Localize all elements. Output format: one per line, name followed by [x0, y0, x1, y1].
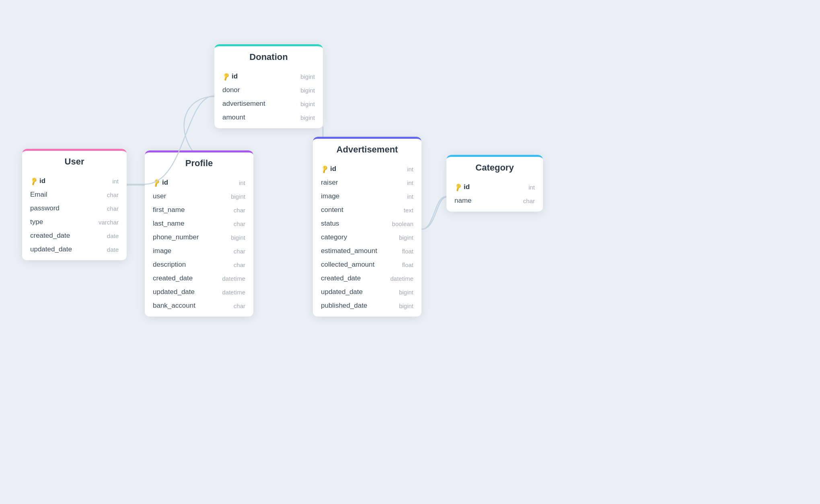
- table-row: updated_date date: [22, 243, 127, 256]
- field-type: date: [107, 232, 119, 239]
- field-name: 🔑 id: [454, 183, 470, 191]
- field-name: estimated_amount: [321, 247, 377, 255]
- table-row: first_name char: [145, 203, 253, 217]
- field-name: category: [321, 233, 347, 241]
- conn-adv-category: [421, 196, 446, 229]
- field-name: image: [321, 192, 339, 200]
- table-row: user bigint: [145, 189, 253, 203]
- field-name: name: [454, 197, 472, 205]
- field-type: bigint: [300, 101, 315, 107]
- field-name: Email: [30, 191, 47, 199]
- table-row: advertisement bigint: [214, 97, 323, 111]
- field-type: int: [407, 166, 413, 173]
- table-advertisement-title: Advertisement: [313, 137, 421, 160]
- field-name: user: [153, 192, 166, 200]
- field-type: date: [107, 246, 119, 253]
- table-user-title: User: [22, 149, 127, 172]
- field-name: status: [321, 220, 339, 228]
- field-name: 🔑 id: [222, 72, 238, 80]
- table-row: amount bigint: [214, 111, 323, 124]
- field-type: int: [239, 179, 245, 186]
- field-name: raiser: [321, 179, 338, 187]
- table-row: raiser int: [313, 176, 421, 189]
- table-row: name char: [446, 194, 543, 208]
- field-name: published_date: [321, 302, 367, 310]
- field-type: bigint: [399, 302, 413, 309]
- table-row: image int: [313, 189, 421, 203]
- field-type: char: [107, 205, 119, 212]
- table-profile-body: 🔑 id int user bigint first_name char las…: [145, 173, 253, 317]
- field-type: varchar: [99, 219, 119, 226]
- table-row: description char: [145, 258, 253, 272]
- field-name: 🔑 id: [321, 165, 336, 173]
- field-name: phone_number: [153, 233, 199, 241]
- conn-advertisement-category: [421, 197, 446, 229]
- field-name: updated_date: [321, 288, 363, 296]
- field-name: first_name: [153, 206, 185, 214]
- table-row: created_date datetime: [313, 272, 421, 285]
- field-type: char: [523, 197, 535, 204]
- table-row: 🔑 id int: [446, 180, 543, 194]
- table-row: content text: [313, 203, 421, 217]
- field-name: advertisement: [222, 100, 265, 108]
- field-name: collected_amount: [321, 261, 374, 269]
- field-type: char: [107, 191, 119, 198]
- table-category-title: Category: [446, 155, 543, 178]
- table-donation: Donation 🔑 id bigint donor bigint advert…: [214, 44, 323, 128]
- field-type: bigint: [300, 87, 315, 94]
- field-name: content: [321, 206, 343, 214]
- field-type: bigint: [399, 289, 413, 296]
- field-type: int: [407, 193, 413, 200]
- table-row: updated_date bigint: [313, 285, 421, 299]
- key-icon: 🔑: [320, 165, 329, 173]
- field-type: float: [402, 261, 413, 268]
- field-type: bigint: [300, 73, 315, 80]
- field-type: int: [528, 184, 535, 191]
- field-type: int: [407, 179, 413, 186]
- field-type: bigint: [300, 114, 315, 121]
- field-type: char: [234, 261, 245, 268]
- table-row: 🔑 id int: [313, 162, 421, 176]
- field-type: char: [234, 302, 245, 309]
- table-row: image char: [145, 244, 253, 258]
- field-type: char: [234, 207, 245, 214]
- field-type: float: [402, 248, 413, 255]
- table-row: type varchar: [22, 215, 127, 229]
- field-type: datetime: [222, 275, 245, 282]
- table-row: last_name char: [145, 217, 253, 230]
- table-donation-body: 🔑 id bigint donor bigint advertisement b…: [214, 67, 323, 128]
- table-advertisement: Advertisement 🔑 id int raiser int image …: [313, 137, 421, 317]
- field-name: 🔑 id: [153, 179, 168, 187]
- table-row: 🔑 id bigint: [214, 70, 323, 83]
- field-type: bigint: [231, 234, 245, 241]
- field-type: bigint: [231, 193, 245, 200]
- key-icon: 🔑: [152, 178, 161, 187]
- table-profile: Profile 🔑 id int user bigint first_name …: [145, 150, 253, 317]
- field-name: last_name: [153, 220, 184, 228]
- field-type: text: [404, 207, 413, 214]
- table-row: password char: [22, 202, 127, 215]
- field-type: bigint: [399, 234, 413, 241]
- field-name: amount: [222, 113, 245, 121]
- field-type: char: [234, 248, 245, 255]
- key-icon: 🔑: [221, 72, 230, 81]
- field-type: char: [234, 220, 245, 227]
- table-user: User 🔑 id int Email char password char t…: [22, 149, 127, 260]
- field-name: created_date: [30, 232, 70, 240]
- table-row: created_date datetime: [145, 272, 253, 285]
- table-row: category bigint: [313, 230, 421, 244]
- field-name: created_date: [321, 274, 361, 282]
- table-row: phone_number bigint: [145, 230, 253, 244]
- field-name: updated_date: [30, 245, 72, 253]
- table-row: created_date date: [22, 229, 127, 243]
- table-row: estimated_amount float: [313, 244, 421, 258]
- table-category: Category 🔑 id int name char: [446, 155, 543, 212]
- field-name: bank_account: [153, 302, 195, 310]
- table-advertisement-body: 🔑 id int raiser int image int content te…: [313, 160, 421, 317]
- field-name: password: [30, 204, 60, 212]
- field-name: image: [153, 247, 171, 255]
- table-row: 🔑 id int: [22, 174, 127, 188]
- field-name: updated_date: [153, 288, 195, 296]
- field-name: 🔑 id: [30, 177, 45, 185]
- field-type: datetime: [222, 289, 245, 296]
